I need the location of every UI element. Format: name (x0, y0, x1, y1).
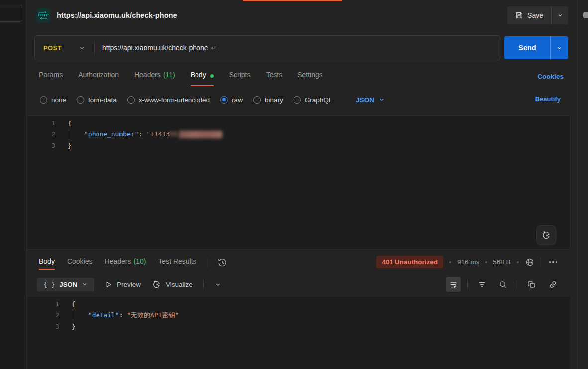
left-sidebar (0, 0, 26, 369)
save-button-label: Save (527, 11, 543, 19)
divider (467, 280, 468, 289)
braces-icon: { } (43, 281, 55, 288)
radio-binary[interactable]: binary (253, 96, 283, 104)
copy-button[interactable] (524, 277, 539, 292)
json-value: "无效的API密钥" (127, 311, 179, 319)
response-format-dropdown[interactable]: { } JSON (37, 278, 94, 291)
chevron-down-icon (557, 12, 563, 18)
line-number: 2 (27, 130, 68, 138)
send-button[interactable]: Send (504, 36, 550, 59)
dot-separator (449, 261, 451, 263)
json-key: "phone_number" (84, 130, 139, 138)
postbot-button[interactable] (536, 225, 556, 245)
open-brace: { (72, 300, 76, 308)
code-line: 1 { (27, 118, 570, 129)
save-icon (515, 11, 523, 19)
preview-play-icon (105, 281, 112, 288)
globe-icon (525, 257, 535, 267)
visualize-button[interactable]: Visualize (152, 280, 193, 289)
code-line: 3 } (27, 321, 570, 332)
enter-hint-icon: ↵ (211, 44, 216, 52)
line-number: 2 (27, 311, 72, 319)
radio-graphql[interactable]: GraphQL (294, 96, 333, 104)
chevron-down-icon (82, 281, 88, 287)
json-value-blurred-digits: 55 (170, 130, 178, 138)
app-window: HTTP https://api.xiaomu.uk/check-phone S… (0, 0, 588, 369)
body-modified-dot (210, 74, 214, 78)
response-meta-bar: 401 Unauthorized 916 ms 568 B (376, 256, 559, 268)
method-label: POST (43, 44, 62, 52)
radio-none[interactable]: none (40, 96, 66, 104)
radio-x-www-form-urlencoded[interactable]: x-www-form-urlencoded (127, 96, 210, 104)
url-bar: POST https://api.xiaomu.uk/check-phone ↵ (34, 35, 500, 60)
tab-headers[interactable]: Headers(11) (134, 69, 175, 86)
visualize-label: Visualize (166, 281, 193, 288)
response-tab-cookies[interactable]: Cookies (65, 256, 95, 270)
request-body-editor[interactable]: 1 { 2 "phone_number": "+141355 3 } (27, 115, 570, 249)
preview-button[interactable]: Preview (105, 281, 141, 288)
radio-raw[interactable]: raw (220, 96, 243, 104)
raw-language-dropdown[interactable]: JSON (356, 96, 385, 104)
tab-body[interactable]: Body (191, 69, 214, 86)
right-sidebar (577, 0, 588, 369)
method-selector[interactable]: POST (35, 44, 94, 52)
tab-authorization[interactable]: Authorization (78, 69, 119, 86)
save-button[interactable]: Save (507, 6, 551, 24)
visualize-sparkle-icon (152, 280, 161, 289)
code-line: 3 } (27, 140, 570, 151)
tab-settings[interactable]: Settings (297, 69, 323, 86)
close-brace: } (68, 142, 72, 149)
http-request-icon: HTTP (36, 8, 51, 23)
cookies-link[interactable]: Cookies (537, 73, 564, 80)
url-input[interactable]: https://api.xiaomu.uk/check-phone (95, 44, 208, 52)
code-line: 2 "detail": "无效的API密钥" (27, 310, 570, 321)
search-icon (499, 280, 507, 289)
response-toolbar: { } JSON Preview Visualize (37, 276, 221, 292)
beautify-link[interactable]: Beautify (535, 95, 561, 103)
link-button[interactable] (545, 277, 560, 292)
send-button-group: Send (504, 36, 568, 59)
partial-tool-icon[interactable] (583, 12, 588, 18)
json-key: "detail" (88, 311, 119, 319)
link-icon (549, 280, 557, 289)
response-tab-body[interactable]: Body (37, 256, 57, 270)
radio-circle (253, 96, 261, 104)
response-tab-headers[interactable]: Headers(10) (103, 256, 148, 270)
save-options-button[interactable] (551, 6, 568, 24)
line-number: 3 (27, 323, 72, 330)
radio-circle (40, 96, 47, 104)
radio-form-data[interactable]: form-data (77, 96, 117, 104)
json-value-visible: "+1413 (146, 130, 170, 138)
headers-count: (11) (163, 71, 175, 79)
code-line: 2 "phone_number": "+141355 (27, 129, 570, 140)
filter-button[interactable] (474, 277, 489, 292)
response-tab-bar: Body Cookies Headers(10) Test Results (37, 255, 229, 271)
response-tab-test-results[interactable]: Test Results (156, 256, 198, 270)
tab-tests[interactable]: Tests (266, 69, 282, 86)
dot (556, 261, 558, 263)
tab-scripts[interactable]: Scripts (229, 69, 251, 86)
more-options-button[interactable] (547, 259, 560, 265)
dot (552, 261, 554, 263)
chevron-down-icon (379, 97, 385, 103)
response-history-button[interactable] (216, 256, 229, 269)
wrap-text-icon (449, 280, 458, 289)
chevron-down-icon (79, 45, 85, 51)
divider (541, 258, 541, 267)
dot-separator (517, 261, 519, 263)
wrap-text-button[interactable] (446, 277, 461, 292)
search-button[interactable] (495, 277, 510, 292)
response-size[interactable]: 568 B (493, 258, 510, 266)
http-badge-label: HTTP (38, 13, 49, 17)
response-time[interactable]: 916 ms (457, 258, 479, 266)
chevron-down-icon[interactable] (215, 281, 221, 288)
copy-icon (527, 280, 536, 289)
network-info-button[interactable] (525, 257, 535, 267)
sidebar-partial-item[interactable] (0, 5, 22, 22)
radio-circle (294, 96, 301, 104)
response-body-editor[interactable]: 1 { 2 "detail": "无效的API密钥" 3 } (27, 297, 570, 369)
tab-params[interactable]: Params (39, 69, 63, 86)
dot (549, 261, 551, 263)
status-badge[interactable]: 401 Unauthorized (376, 256, 443, 268)
send-options-button[interactable] (550, 36, 568, 59)
